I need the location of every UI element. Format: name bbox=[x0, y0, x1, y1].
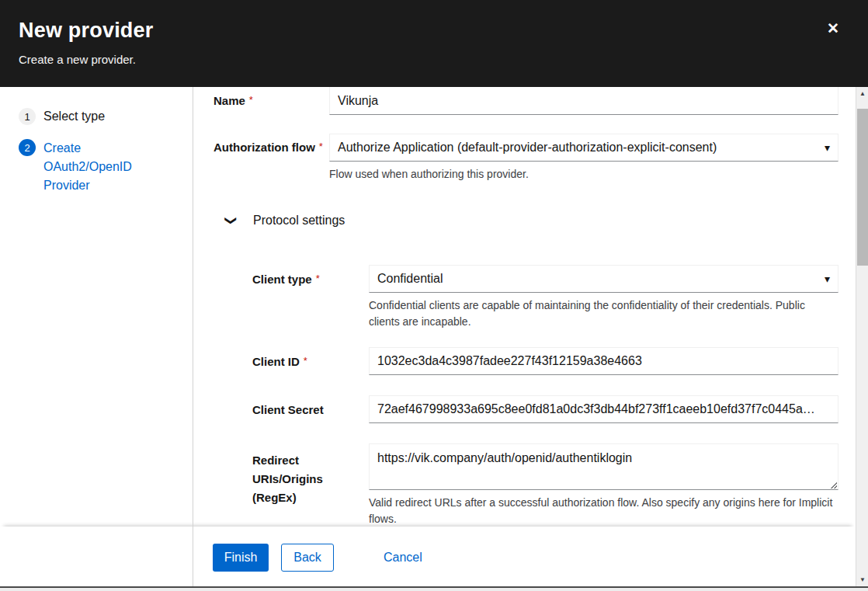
scrollbar-thumb[interactable] bbox=[857, 109, 868, 266]
wizard-step-label: Create OAuth2/OpenID Provider bbox=[43, 139, 152, 195]
modal-footer: Finish Back Cancel bbox=[0, 527, 856, 587]
close-icon[interactable]: ✕ bbox=[821, 17, 845, 40]
scroll-up-icon[interactable]: ▲ bbox=[856, 89, 868, 99]
client-id-input[interactable] bbox=[369, 347, 838, 375]
chevron-down-icon: ❯ bbox=[224, 214, 238, 227]
protocol-settings-expander[interactable]: ❯ Protocol settings bbox=[225, 214, 345, 228]
client-secret-label: Client Secret bbox=[252, 403, 324, 416]
authorization-flow-value: Authorize Application (default-provider-… bbox=[338, 141, 818, 155]
required-asterisk: * bbox=[249, 94, 253, 106]
authorization-flow-label: Authorization flow* bbox=[214, 141, 323, 154]
back-button[interactable]: Back bbox=[281, 544, 334, 572]
client-type-select[interactable]: Confidential ▾ bbox=[369, 265, 838, 293]
name-input[interactable] bbox=[329, 87, 838, 115]
authorization-flow-select[interactable]: Authorize Application (default-provider-… bbox=[329, 134, 838, 162]
client-type-helper: Confidential clients are capable of main… bbox=[369, 297, 838, 330]
client-secret-input[interactable] bbox=[369, 395, 838, 423]
wizard-step-create-provider[interactable]: 2 Create OAuth2/OpenID Provider bbox=[19, 139, 152, 195]
vertical-scrollbar[interactable]: ▲ ▼ bbox=[856, 87, 868, 587]
step-number-badge: 2 bbox=[19, 139, 36, 156]
wizard-step-label: Select type bbox=[43, 108, 152, 125]
step-number-badge: 1 bbox=[19, 108, 36, 125]
required-asterisk: * bbox=[319, 141, 323, 152]
cancel-button[interactable]: Cancel bbox=[374, 544, 432, 572]
caret-down-icon: ▾ bbox=[825, 273, 830, 285]
sidebar-divider bbox=[193, 87, 193, 587]
required-asterisk: * bbox=[304, 355, 307, 367]
caret-down-icon: ▾ bbox=[825, 141, 830, 154]
scroll-down-icon[interactable]: ▼ bbox=[856, 575, 868, 586]
page-behind-strip bbox=[0, 586, 868, 591]
name-label: Name* bbox=[214, 94, 253, 107]
client-type-value: Confidential bbox=[377, 272, 818, 286]
page-title: New provider bbox=[19, 19, 153, 43]
required-asterisk: * bbox=[316, 273, 320, 284]
wizard-step-select-type[interactable]: 1 Select type bbox=[19, 108, 152, 125]
authorization-flow-helper: Flow used when authorizing this provider… bbox=[329, 166, 838, 183]
client-id-label: Client ID* bbox=[252, 355, 307, 368]
redirect-uris-textarea[interactable]: https://vik.company/auth/openid/authenti… bbox=[369, 443, 838, 490]
protocol-settings-label: Protocol settings bbox=[253, 214, 345, 228]
modal-subtitle: Create a new provider. bbox=[19, 53, 136, 66]
client-type-label: Client type* bbox=[252, 273, 320, 286]
new-provider-modal: New provider Create a new provider. ✕ 1 … bbox=[0, 0, 868, 591]
redirect-uris-label: Redirect URIs/Origins (RegEx) bbox=[252, 451, 365, 507]
redirect-uris-helper: Valid redirect URLs after a successful a… bbox=[369, 495, 841, 527]
modal-header: New provider Create a new provider. ✕ bbox=[0, 0, 868, 87]
finish-button[interactable]: Finish bbox=[213, 544, 269, 572]
